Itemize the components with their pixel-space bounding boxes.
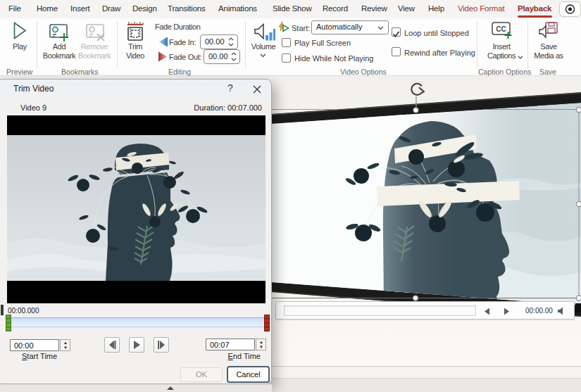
- svg-text:CC: CC: [496, 25, 506, 33]
